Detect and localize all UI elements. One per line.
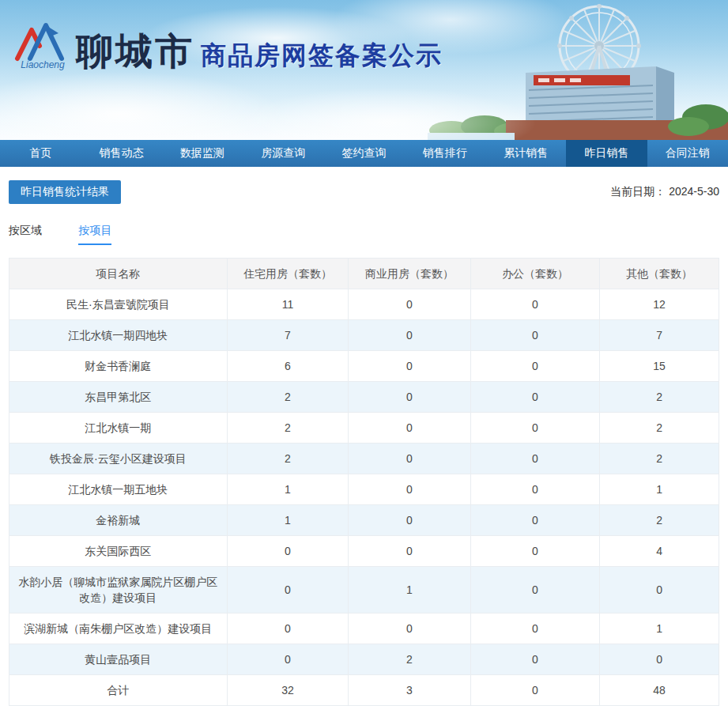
commercial-count-cell: 0 — [349, 536, 470, 567]
table-row: 合计 32 3 0 48 — [9, 675, 719, 706]
office-count-cell: 0 — [470, 536, 599, 567]
office-count-cell: 0 — [470, 351, 599, 382]
project-name-cell: 水韵小居（聊城市监狱家属院片区棚户区改造）建设项目 — [9, 567, 228, 614]
section-head-row: 昨日销售统计结果 当前日期：2024-5-30 — [9, 180, 719, 204]
project-name-cell: 黄山壹品项目 — [9, 644, 228, 675]
other-count-cell: 15 — [600, 351, 719, 382]
project-name-cell: 民生·东昌壹號院项目 — [9, 289, 228, 320]
other-count-cell: 2 — [600, 382, 719, 413]
nav-item-yesterday-sales[interactable]: 昨日销售 — [566, 140, 647, 167]
residential-count-cell: 32 — [227, 675, 349, 706]
residential-count-cell: 6 — [227, 351, 349, 382]
site-title-row: 聊城市 商品房网签备案公示 — [76, 27, 443, 77]
commercial-count-cell: 2 — [349, 644, 470, 675]
office-count-cell: 0 — [470, 644, 599, 675]
office-count-cell: 0 — [470, 474, 599, 505]
other-count-cell: 2 — [600, 505, 719, 536]
office-count-cell: 0 — [470, 444, 599, 474]
project-name-cell: 金裕新城 — [9, 505, 228, 536]
nav-item-cumulative-sales[interactable]: 累计销售 — [485, 140, 566, 167]
nav-item-contract-cancel[interactable]: 合同注销 — [647, 140, 728, 167]
project-name-cell: 东关国际西区 — [9, 536, 228, 567]
banner-scene-illustration — [428, 0, 728, 140]
nav-item-sales-ranking[interactable]: 销售排行 — [405, 140, 485, 167]
logo-script-text: Liaocheng — [9, 59, 76, 70]
col-header-project-name: 项目名称 — [9, 259, 228, 289]
other-count-cell: 4 — [600, 536, 719, 567]
nav-item-data-monitor[interactable]: 数据监测 — [162, 140, 243, 167]
residential-count-cell: 2 — [227, 444, 349, 474]
other-count-cell: 1 — [600, 474, 719, 505]
main-nav: 首页 销售动态 数据监测 房源查询 签约查询 销售排行 累计销售 昨日销售 合同… — [0, 140, 728, 167]
residential-count-cell: 2 — [227, 382, 349, 413]
commercial-count-cell: 3 — [349, 675, 470, 706]
nav-item-housing-search[interactable]: 房源查询 — [243, 140, 323, 167]
tree-icon — [668, 117, 709, 136]
project-name-cell: 铁投金辰·云玺小区建设项目 — [9, 444, 228, 474]
col-header-residential-units: 住宅用房（套数） — [227, 259, 349, 289]
commercial-count-cell: 0 — [349, 505, 470, 536]
other-count-cell: 0 — [600, 567, 719, 614]
residential-count-cell: 0 — [227, 644, 349, 675]
office-count-cell: 0 — [470, 289, 599, 320]
other-count-cell: 2 — [600, 444, 719, 474]
table-row: 黄山壹品项目 0 2 0 0 — [9, 644, 719, 675]
table-row: 江北水镇一期 2 0 0 2 — [9, 413, 719, 444]
table-row: 民生·东昌壹號院项目 11 0 0 12 — [9, 289, 719, 320]
project-name-cell: 财金书香澜庭 — [9, 351, 228, 382]
sales-table-container: 项目名称 住宅用房（套数） 商业用房（套数） 办公（套数） 其他（套数） 民生·… — [9, 258, 719, 706]
main-content: 昨日销售统计结果 当前日期：2024-5-30 按区域 按项目 项目名称 住宅用… — [0, 180, 728, 706]
other-count-cell: 0 — [600, 644, 719, 675]
tab-by-project[interactable]: 按项目 — [78, 224, 111, 245]
table-row: 水韵小居（聊城市监狱家属院片区棚户区改造）建设项目 0 1 0 0 — [9, 567, 719, 614]
table-row: 滨湖新城（南朱棚户区改造）建设项目 0 0 0 1 — [9, 614, 719, 644]
nav-item-sales-dynamics[interactable]: 销售动态 — [81, 140, 161, 167]
residential-count-cell: 1 — [227, 474, 349, 505]
commercial-count-cell: 1 — [349, 567, 470, 614]
current-date: 当前日期：2024-5-30 — [610, 185, 719, 199]
logo-mountain-icon — [13, 21, 73, 62]
office-count-cell: 0 — [470, 382, 599, 413]
table-row: 东关国际西区 0 0 0 4 — [9, 536, 719, 567]
nav-item-contract-search[interactable]: 签约查询 — [323, 140, 404, 167]
commercial-count-cell: 0 — [349, 351, 470, 382]
residential-count-cell: 7 — [227, 320, 349, 351]
other-count-cell: 1 — [600, 614, 719, 644]
col-header-commercial-units: 商业用房（套数） — [349, 259, 470, 289]
site-logo: Liaocheng — [9, 21, 76, 70]
residential-count-cell: 2 — [227, 413, 349, 444]
residential-count-cell: 1 — [227, 505, 349, 536]
office-count-cell: 0 — [470, 320, 599, 351]
other-count-cell: 48 — [600, 675, 719, 706]
residential-count-cell: 0 — [227, 614, 349, 644]
current-date-label: 当前日期： — [610, 185, 666, 198]
table-header-row: 项目名称 住宅用房（套数） 商业用房（套数） 办公（套数） 其他（套数） — [9, 259, 719, 289]
nav-item-home[interactable]: 首页 — [0, 140, 81, 167]
sales-table: 项目名称 住宅用房（套数） 商业用房（套数） 办公（套数） 其他（套数） 民生·… — [9, 258, 719, 706]
current-date-value: 2024-5-30 — [669, 185, 719, 198]
residential-count-cell: 11 — [227, 289, 349, 320]
project-name-cell: 江北水镇一期五地块 — [9, 474, 228, 505]
commercial-count-cell: 0 — [349, 320, 470, 351]
residential-count-cell: 0 — [227, 536, 349, 567]
project-name-cell: 江北水镇一期 — [9, 413, 228, 444]
table-row: 财金书香澜庭 6 0 0 15 — [9, 351, 719, 382]
residential-count-cell: 0 — [227, 567, 349, 614]
project-name-cell: 合计 — [9, 675, 228, 706]
tab-by-region[interactable]: 按区域 — [9, 224, 42, 245]
table-row: 江北水镇一期四地块 7 0 0 7 — [9, 320, 719, 351]
other-count-cell: 7 — [600, 320, 719, 351]
col-header-office-units: 办公（套数） — [470, 259, 599, 289]
commercial-count-cell: 0 — [349, 382, 470, 413]
project-name-cell: 东昌甲第北区 — [9, 382, 228, 413]
commercial-count-cell: 0 — [349, 474, 470, 505]
office-count-cell: 0 — [470, 675, 599, 706]
table-row: 江北水镇一期五地块 1 0 0 1 — [9, 474, 719, 505]
office-count-cell: 0 — [470, 505, 599, 536]
site-title-text: 商品房网签备案公示 — [201, 39, 443, 74]
header-banner: Liaocheng 聊城市 商品房网签备案公示 — [0, 0, 728, 140]
table-row: 东昌甲第北区 2 0 0 2 — [9, 382, 719, 413]
water-strip — [428, 133, 515, 140]
project-name-cell: 江北水镇一期四地块 — [9, 320, 228, 351]
table-row: 金裕新城 1 0 0 2 — [9, 505, 719, 536]
